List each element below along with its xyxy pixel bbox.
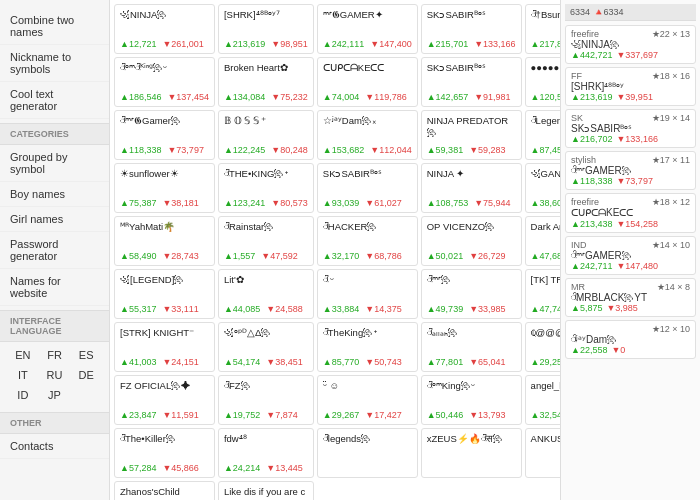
right-stat-down: ▼147,480 [616, 261, 657, 271]
name-stats: ▲1,557▼47,592 [224, 251, 308, 261]
name-card[interactable]: Like dis if you are cool [218, 481, 314, 500]
lang-de[interactable]: DE [71, 366, 101, 384]
right-item[interactable]: MR★14 × 8᭄MRBLACK꧂YT▲5,875▼3,985 [565, 278, 696, 317]
lang-en[interactable]: EN [8, 346, 38, 364]
name-card[interactable]: ᭄TheKing꧂⁺▲85,770▼50,743 [317, 322, 418, 372]
right-item[interactable]: stylish★17 × 11᭄ᵐʳGAMER꧂▲118,338▼73,797 [565, 151, 696, 190]
right-item[interactable]: SK★19 × 14SKɔSABIRᴮᵒˢ▲216,702▼133,166 [565, 109, 696, 148]
lang-it[interactable]: IT [8, 366, 38, 384]
name-card[interactable]: FZ OFICIAL꧂✦▲23,847▼11,591 [114, 375, 215, 425]
name-card[interactable]: SKɔSABIRᴮᵒˢ▲215,701▼133,166 [421, 4, 522, 54]
stat-down: ▼80,248 [271, 145, 307, 155]
name-card[interactable]: ᭄Legend꧂ˢᵃᵈ▲87,458▼47,498 [525, 110, 560, 160]
name-stats: ▲29,267▼17,427 [323, 410, 412, 420]
name-card[interactable]: [SHRK]⁴⁸ᴮᵒʸ⁷▲213,619▼98,951 [218, 4, 314, 54]
name-card[interactable]: ᭄HACKER꧂▲32,170▼68,786 [317, 216, 418, 266]
name-card[interactable]: ᭄THE•KING꧂⁺▲123,241▼80,573 [218, 163, 314, 213]
name-stats: ▲50,021▼26,729 [427, 251, 516, 261]
stat-down: ▼75,944 [474, 198, 510, 208]
name-card[interactable]: ᭄FZ꧂▲19,752▼7,874 [218, 375, 314, 425]
stat-down: ▼24,151 [162, 357, 198, 367]
sidebar-item-grouped[interactable]: Grouped by symbol [0, 145, 109, 182]
name-card[interactable]: [TK] TROᴸᴱᴹ᭄▲47,745▼29,441 [525, 269, 560, 319]
stat-up: ▲1,557 [224, 251, 255, 261]
right-item[interactable]: FF★18 × 16[SHRK]⁴⁸ᴮᵒʸ▲213,619▼39,951 [565, 67, 696, 106]
name-stats: ▲58,490▼28,743 [120, 251, 209, 261]
name-card[interactable]: ᑕᑌᑭᑕᗩKEᑕᑕ▲74,004▼119,786 [317, 57, 418, 107]
name-card[interactable]: ꧁NINJA꧂▲12,721▼261,001 [114, 4, 215, 54]
name-card[interactable]: NINJA PREDATOR꧂▲59,381▼59,283 [421, 110, 522, 160]
right-stat-down: ▼337,697 [616, 50, 657, 60]
stat-down: ▼26,729 [469, 251, 505, 261]
name-card[interactable]: ᭄ᵐʳ꧂▲49,739▼33,985 [421, 269, 522, 319]
name-card[interactable]: xZEUS⚡🔥᭄स꧂ [421, 428, 522, 478]
sidebar-item-cooltext[interactable]: Cool text generator [0, 82, 109, 119]
name-card[interactable]: ᭄ ᵕ▲33,884▼14,375 [317, 269, 418, 319]
name-card[interactable]: ANKUSH꧂ [525, 428, 560, 478]
name-text: ꧁ᵒᵖᴰ△Δ꧂ [224, 327, 308, 355]
right-stat-up: ▲213,619 [571, 92, 612, 102]
sidebar-item-website[interactable]: Names for website [0, 269, 109, 306]
name-card[interactable]: ꧁GANGST𝕆R꧂▲38,600▼58,873 [525, 163, 560, 213]
sidebar-item-combine[interactable]: Combine two names [0, 8, 109, 45]
right-item[interactable]: freefire★18 × 12ᑕᑌᑭᑕᗩKEᑕᑕ▲213,438▼154,25… [565, 193, 696, 233]
name-card[interactable]: Dark Angel▲47,683▼24,432 [525, 216, 560, 266]
name-stats: ▲33,884▼14,375 [323, 304, 412, 314]
stat-up: ▲54,174 [224, 357, 260, 367]
name-card[interactable]: Zhanos'sChild [114, 481, 215, 500]
sidebar-item-boy[interactable]: Boy names [0, 182, 109, 207]
name-card[interactable]: NINJA ✦▲108,753▼75,944 [421, 163, 522, 213]
name-card[interactable]: ᭄ᵒᵐKing꧂ᵕ▲50,446▼13,793 [421, 375, 522, 425]
name-card[interactable]: ℚ@@@ℝ@@ℚ꧂▲29,250▼16,924 [525, 322, 560, 372]
right-stat-up: ▲22,558 [571, 345, 607, 355]
name-card[interactable]: fdw⁴⁸▲24,214▼13,445 [218, 428, 314, 478]
name-card[interactable]: Broken Heart✿▲134,084▼75,232 [218, 57, 314, 107]
stat-down: ▼73,797 [167, 145, 203, 155]
lang-es[interactable]: ES [71, 346, 101, 364]
name-card[interactable]: Lit'✿▲44,085▼24,588 [218, 269, 314, 319]
name-stats: ▲44,085▼24,588 [224, 304, 308, 314]
stat-up: ▲93,039 [323, 198, 359, 208]
name-card[interactable]: angel_life❤🔫▲32,543▼21,059 [525, 375, 560, 425]
name-card[interactable]: OP VICENZO꧂▲50,021▼26,729 [421, 216, 522, 266]
stat-up: ▲118,338 [120, 145, 161, 155]
name-card[interactable]: ᭄ᵒᵐ᭄ᴷⁱⁿᵍ꧂ᵕ▲186,546▼137,454 [114, 57, 215, 107]
name-card[interactable]: ᭄Rainstar꧂▲1,557▼47,592 [218, 216, 314, 266]
sidebar-item-password[interactable]: Password generator [0, 232, 109, 269]
sidebar-item-girl[interactable]: Girl names [0, 207, 109, 232]
right-item-name: ᑕᑌᑭᑕᗩKEᑕᑕ [571, 207, 690, 219]
stat-up: ▲142,657 [427, 92, 468, 102]
name-stats: ▲186,546▼137,454 [120, 92, 209, 102]
lang-fr[interactable]: FR [40, 346, 70, 364]
name-card[interactable]: ᭄legends꧂ [317, 428, 418, 478]
name-card[interactable]: ᵕ̈ ☺▲29,267▼17,427 [317, 375, 418, 425]
name-card[interactable]: ꧁ᵒᵖᴰ△Δ꧂▲54,174▼38,451 [218, 322, 314, 372]
lang-id[interactable]: ID [8, 386, 38, 404]
name-card[interactable]: [STRK] KNIGHT⁻▲41,003▼24,151 [114, 322, 215, 372]
name-card[interactable]: ᴹᴿYahMati🌴▲58,490▼28,743 [114, 216, 215, 266]
name-card[interactable]: ᵐʳ𝕲GAMER✦▲242,111▼147,400 [317, 4, 418, 54]
name-card[interactable]: ☆ʲᵃʸDam꧂ₓ▲153,682▼112,044 [317, 110, 418, 160]
sidebar-item-contacts[interactable]: Contacts [0, 434, 109, 459]
lang-jp[interactable]: JP [40, 386, 70, 404]
name-card[interactable]: SKɔSABIRᴮᵒˢ▲93,039▼61,027 [317, 163, 418, 213]
right-item[interactable]: IND★14 × 10᭄ᵐʳGAMER꧂▲242,711▼147,480 [565, 236, 696, 275]
name-card[interactable]: ꧁[LEGEND]꧂▲55,317▼33,111 [114, 269, 215, 319]
name-text: ᭄ᵒᵐKing꧂ᵕ [427, 380, 516, 408]
name-card[interactable]: ᭄The•Killer꧂▲57,284▼45,866 [114, 428, 215, 478]
name-card[interactable]: ☀sunflower☀▲75,387▼38,181 [114, 163, 215, 213]
name-card[interactable]: ᭄ₐₗₗₐₕ꧂▲77,801▼65,041 [421, 322, 522, 372]
name-card[interactable]: 𝔹 𝕆 𝕊 𝕊 ⁺▲122,245▼80,248 [218, 110, 314, 160]
sidebar-item-nickname[interactable]: Nickname to symbols [0, 45, 109, 82]
name-stats: ▲118,338▼73,797 [120, 145, 209, 155]
right-item[interactable]: freefire★22 × 13꧁NINJA꧂▲442,721▼337,697 [565, 25, 696, 64]
right-item[interactable]: ★12 × 10᭄ʲᵃʸDam꧂▲22,558▼0 [565, 320, 696, 359]
name-card[interactable]: ●●●●●●●●●●●▲120,508▼75,836 [525, 57, 560, 107]
right-item-rating: ★18 × 12 [652, 197, 690, 207]
right-stat-up: ▲216,702 [571, 134, 612, 144]
stat-down: ▼14,375 [365, 304, 401, 314]
name-card[interactable]: SKɔSABIRᴮᵒˢ▲142,657▼91,981 [421, 57, 522, 107]
lang-ru[interactable]: RU [40, 366, 70, 384]
name-card[interactable]: ᭄ᵐʳ𝕲Gamer꧂▲118,338▼73,797 [114, 110, 215, 160]
name-card[interactable]: ᭄†Bsunny꧂▲217,805▼149,872 [525, 4, 560, 54]
